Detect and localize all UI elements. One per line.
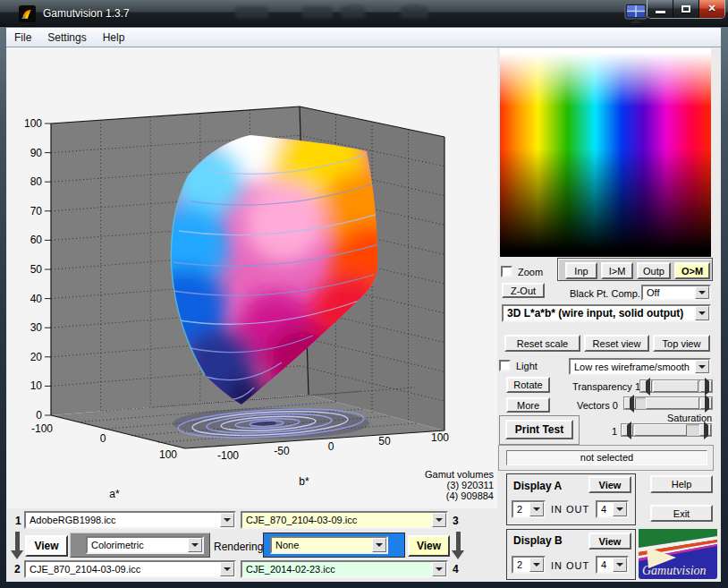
reset-scale-button[interactable]: Reset scale <box>504 335 580 352</box>
chevron-down-icon[interactable] <box>372 538 386 552</box>
slider-thumb[interactable] <box>653 380 698 392</box>
chevron-down-icon[interactable] <box>695 286 709 299</box>
display-b-view-button[interactable]: View <box>588 533 631 550</box>
display-b-left-select[interactable]: 2 <box>512 556 546 574</box>
chevron-down-icon[interactable] <box>188 538 202 552</box>
menu-help[interactable]: Help <box>95 29 133 47</box>
reset-view-button[interactable]: Reset view <box>584 335 649 352</box>
display-a-inout-label: IN OUT <box>551 504 589 515</box>
slot-2-number: 2 <box>14 563 21 575</box>
chevron-down-icon[interactable] <box>529 558 544 572</box>
black-point-comp-select[interactable]: Off <box>641 285 711 301</box>
view-right-button[interactable]: View <box>408 535 450 557</box>
vectors-slider[interactable] <box>623 396 713 410</box>
close-icon: ✕ <box>699 3 724 14</box>
exit-button[interactable]: Exit <box>650 505 713 522</box>
maximize-button[interactable] <box>673 0 699 18</box>
a-axis-title: a* <box>109 488 120 500</box>
window-title: Gamutvision 1.3.7 <box>43 7 130 20</box>
profile-4-select[interactable]: CJE_2014-02-23.icc <box>241 560 448 578</box>
rendering-select[interactable]: None <box>270 536 388 554</box>
slider-left-arrow[interactable] <box>624 397 636 409</box>
menubar: File Settings Help <box>6 28 721 47</box>
gamut-volume-3: (3) 920311 <box>385 480 494 490</box>
chevron-down-icon[interactable] <box>613 558 627 572</box>
inp-button[interactable]: Inp <box>565 262 597 279</box>
saturation-value: 1 <box>612 426 617 437</box>
svg-text:30: 30 <box>30 321 43 334</box>
chevron-down-icon[interactable] <box>220 562 234 576</box>
down-arrow-icon <box>11 532 23 559</box>
slider-thumb[interactable] <box>646 397 699 409</box>
minimize-button[interactable] <box>648 0 673 18</box>
top-view-button[interactable]: Top view <box>653 335 710 352</box>
rotate-button[interactable]: Rotate <box>506 377 550 393</box>
slider-thumb[interactable] <box>634 424 687 436</box>
chevron-down-icon[interactable] <box>220 513 234 527</box>
display-settings-icon[interactable] <box>623 3 648 24</box>
display-a-left-select[interactable]: 2 <box>512 500 546 518</box>
vectors-label: Vectors 0 <box>577 400 618 411</box>
svg-text:-100: -100 <box>217 449 239 462</box>
chevron-down-icon[interactable] <box>432 513 446 527</box>
display-a-right-select[interactable]: 4 <box>596 500 629 518</box>
status-frame: not selected <box>498 445 714 471</box>
menu-settings[interactable]: Settings <box>39 29 94 47</box>
display-a-view-button[interactable]: View <box>588 476 631 493</box>
display-b-right-select[interactable]: 4 <box>596 556 629 574</box>
profile-2-select[interactable]: CJE_870_2104-03-09.icc <box>24 560 236 578</box>
rendering-intent-select[interactable]: Colorimetric <box>86 536 204 554</box>
svg-text:0: 0 <box>100 432 106 445</box>
outp-button[interactable]: Outp <box>637 262 671 279</box>
zoom-checkbox-label: Zoom <box>518 267 543 277</box>
slot-3-number: 3 <box>453 515 459 527</box>
status-readout: not selected <box>506 450 707 465</box>
slider-left-arrow[interactable] <box>640 380 652 392</box>
svg-text:-50: -50 <box>274 445 290 457</box>
b-axis-title: b* <box>299 475 309 488</box>
output-to-monitor-button[interactable]: O>M <box>674 262 710 279</box>
saturation-slider[interactable] <box>621 423 712 437</box>
gamutvision-window: Gamutvision 1.3.7 ✕ File Settings Help <box>0 0 728 588</box>
svg-text:90: 90 <box>30 147 43 159</box>
chevron-down-icon[interactable] <box>695 360 709 373</box>
display-b-title: Display B <box>513 534 563 547</box>
slider-right-arrow[interactable] <box>700 397 712 409</box>
menu-file[interactable]: File <box>6 29 39 47</box>
view-mode-select[interactable]: 3D L*a*b* (wire input, solid output) <box>502 304 711 322</box>
close-button[interactable]: ✕ <box>699 0 724 18</box>
transparency-slider[interactable] <box>639 379 713 393</box>
help-button[interactable]: Help <box>650 475 713 493</box>
light-checkbox[interactable] <box>499 360 511 371</box>
display-b-inout-label: IN OUT <box>551 560 589 571</box>
black-point-comp-label: Black Pt. Comp. <box>570 288 640 299</box>
input-to-monitor-button[interactable]: I>M <box>601 262 633 279</box>
chevron-down-icon[interactable] <box>695 306 709 320</box>
more-button[interactable]: More <box>506 397 550 413</box>
slider-right-arrow[interactable] <box>700 380 712 392</box>
transparency-label: Transparency 1 <box>572 381 640 392</box>
slider-left-arrow[interactable] <box>622 424 633 436</box>
view-left-button[interactable]: View <box>25 535 68 557</box>
svg-text:60: 60 <box>30 234 43 246</box>
zoom-checkbox[interactable] <box>501 266 512 277</box>
light-checkbox-label: Light <box>516 361 538 371</box>
slot-4-number: 4 <box>453 563 459 575</box>
down-arrow-icon <box>452 532 464 559</box>
chevron-down-icon[interactable] <box>432 562 446 576</box>
profile-1-select[interactable]: AdobeRGB1998.icc <box>24 511 236 529</box>
z-out-button[interactable]: Z-Out <box>502 283 545 298</box>
svg-text:-100: -100 <box>31 422 53 435</box>
gamut-volumes: Gamut volumes (3) 920311 (4) 909884 <box>385 469 494 501</box>
wireframe-select[interactable]: Low res wireframe/smooth <box>569 358 711 375</box>
redacted-text <box>407 4 419 9</box>
chevron-down-icon[interactable] <box>529 502 544 516</box>
titlebar[interactable]: Gamutvision 1.3.7 ✕ <box>0 0 728 27</box>
slot-1-number: 1 <box>15 515 21 527</box>
gamut-3d-plot[interactable]: 100 90 80 70 60 50 40 30 20 10 0 <box>7 47 497 508</box>
print-test-button[interactable]: Print Test <box>505 420 573 439</box>
slider-right-arrow[interactable] <box>699 424 711 436</box>
gamut-volumes-title: Gamut volumes <box>385 469 494 480</box>
chevron-down-icon[interactable] <box>613 502 627 516</box>
profile-3-select[interactable]: CJE_870_2104-03-09.icc <box>241 511 448 529</box>
